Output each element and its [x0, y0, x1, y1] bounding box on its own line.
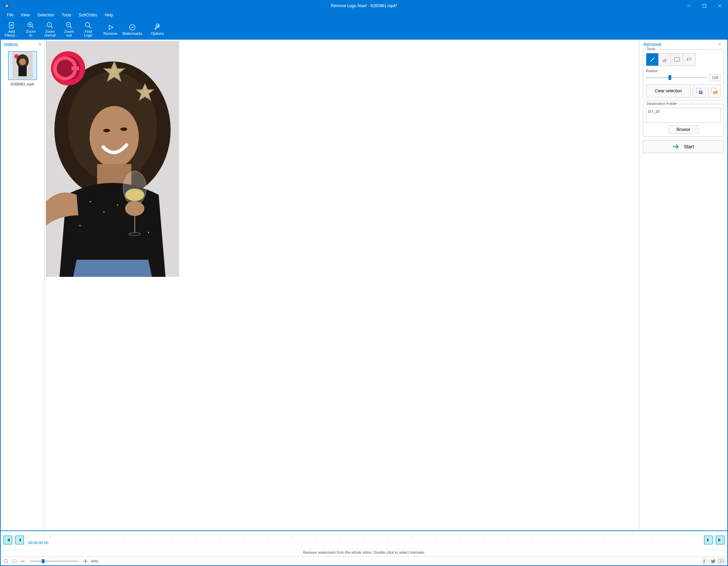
- remove-panel-close-icon[interactable]: ×: [718, 42, 721, 47]
- close-button[interactable]: [712, 1, 727, 11]
- menu-file[interactable]: File: [3, 12, 17, 18]
- svg-marker-62: [720, 560, 722, 562]
- start-button-label: Start: [684, 144, 694, 149]
- timeline-track[interactable]: 00:00:00 00: [27, 533, 701, 547]
- window-title: Remove Logo Now! - 6265961.mp4*: [1, 3, 727, 8]
- svg-point-35: [103, 211, 105, 213]
- find-logo-button[interactable]: Find Logo: [79, 19, 98, 40]
- menu-tools[interactable]: Tools: [58, 12, 75, 18]
- menu-help[interactable]: Help: [101, 12, 117, 18]
- save-selection-button[interactable]: [693, 84, 706, 97]
- rectangle-tool-button[interactable]: [671, 53, 683, 66]
- menu-selection[interactable]: Selection: [34, 12, 57, 18]
- selection-tools: [646, 53, 696, 66]
- social-links: [701, 558, 725, 565]
- svg-rect-51: [674, 58, 679, 62]
- seek-end-button[interactable]: [716, 536, 725, 544]
- svg-rect-2: [703, 4, 706, 8]
- svg-point-32: [120, 127, 127, 131]
- svg-rect-25: [18, 66, 27, 76]
- svg-point-18: [85, 23, 90, 27]
- svg-text:1: 1: [49, 23, 50, 26]
- zoom-in-label: Zoom in: [26, 30, 36, 37]
- svg-rect-53: [700, 92, 702, 93]
- zoom-out-button[interactable]: Zoom out: [59, 19, 79, 40]
- eraser-tool-button[interactable]: [659, 53, 671, 66]
- svg-rect-57: [12, 560, 16, 563]
- zoom-in-icon[interactable]: [83, 558, 88, 564]
- zoom-percent: 44%: [91, 559, 98, 563]
- start-button[interactable]: Start: [643, 140, 724, 153]
- watermarks-button[interactable]: Watermarks: [120, 19, 145, 40]
- zoom-normal-label: Zoom normal: [44, 30, 56, 37]
- timeline-timestamp: 00:00:00 00: [28, 541, 48, 545]
- destination-group: Destination Folder D:\_10 Browse: [643, 104, 724, 137]
- timeline-hint: Remove watermark from the whole video. D…: [1, 549, 727, 556]
- svg-line-16: [70, 26, 72, 28]
- videos-panel-title: Videos: [3, 42, 18, 47]
- zoom-out-icon[interactable]: [20, 558, 25, 564]
- seek-start-button[interactable]: [3, 536, 12, 544]
- main-area: Videos × 6265961.mp4: [1, 40, 727, 530]
- svg-point-39: [148, 232, 149, 233]
- tools-group-label: Tools: [645, 47, 657, 51]
- preview-panel[interactable]: [44, 40, 639, 530]
- videos-panel-header: Videos ×: [1, 40, 44, 49]
- svg-rect-49: [71, 66, 79, 70]
- video-preview[interactable]: [46, 41, 179, 277]
- videos-thumb-list: 6265961.mp4: [1, 49, 44, 530]
- svg-point-26: [14, 54, 18, 58]
- find-logo-label: Find Logo: [84, 30, 92, 37]
- options-button[interactable]: Options: [148, 19, 167, 40]
- radius-slider[interactable]: [646, 77, 707, 78]
- fit-window-icon[interactable]: [3, 558, 9, 564]
- svg-line-19: [89, 26, 91, 28]
- add-files-button[interactable]: Add File(s)…: [2, 19, 21, 40]
- remove-label: Remove: [104, 32, 118, 36]
- load-selection-button[interactable]: [708, 84, 721, 97]
- youtube-icon[interactable]: [718, 558, 725, 565]
- radius-value[interactable]: 118: [709, 74, 721, 81]
- remove-panel-title: Remove: [644, 42, 661, 47]
- svg-point-34: [90, 201, 91, 202]
- videos-panel: Videos × 6265961.mp4: [1, 40, 44, 530]
- twitter-icon[interactable]: [710, 558, 716, 565]
- window-controls: [681, 1, 727, 11]
- remove-button[interactable]: Remove: [101, 19, 120, 40]
- menu-softorbits[interactable]: SoftOrbits: [76, 12, 101, 18]
- statusbar: 44%: [1, 556, 727, 565]
- svg-point-44: [125, 201, 144, 216]
- minimize-button[interactable]: [681, 1, 697, 11]
- remove-panel: Remove × Tools Radius: [639, 40, 727, 530]
- svg-marker-20: [109, 25, 113, 29]
- zoom-slider[interactable]: [30, 561, 78, 562]
- timeline-area: 00:00:00 00 Remove watermark from the wh…: [1, 530, 727, 556]
- step-back-button[interactable]: [15, 536, 24, 544]
- radius-label: Radius: [646, 69, 721, 73]
- svg-point-41: [125, 189, 144, 201]
- svg-line-9: [32, 26, 34, 28]
- zoom-in-button[interactable]: Zoom in: [21, 19, 40, 40]
- step-forward-button[interactable]: [704, 536, 713, 544]
- videos-panel-close-icon[interactable]: ×: [39, 42, 41, 47]
- facebook-icon[interactable]: [701, 558, 708, 565]
- maximize-button[interactable]: [697, 1, 712, 11]
- browse-button[interactable]: Browse: [669, 125, 698, 134]
- svg-line-56: [7, 562, 9, 564]
- zoom-normal-button[interactable]: 1 Zoom normal: [40, 19, 59, 40]
- zoom-out-label: Zoom out: [64, 30, 74, 37]
- menu-view[interactable]: View: [17, 12, 33, 18]
- svg-point-24: [19, 58, 26, 65]
- video-thumb-item[interactable]: 6265961.mp4: [3, 51, 42, 86]
- watermarks-label: Watermarks: [122, 32, 143, 36]
- svg-point-55: [4, 559, 8, 563]
- lasso-tool-button[interactable]: [683, 53, 696, 66]
- destination-path[interactable]: D:\_10: [646, 108, 721, 123]
- options-label: Options: [151, 32, 164, 36]
- actual-size-icon[interactable]: [12, 558, 17, 564]
- clear-selection-button[interactable]: Clear selection: [646, 84, 691, 97]
- arrow-right-icon: [673, 144, 680, 149]
- tools-group: Tools Radius 118: [643, 49, 724, 100]
- marker-tool-button[interactable]: [646, 53, 659, 66]
- menubar: File View Selection Tools SoftOrbits Hel…: [1, 11, 727, 19]
